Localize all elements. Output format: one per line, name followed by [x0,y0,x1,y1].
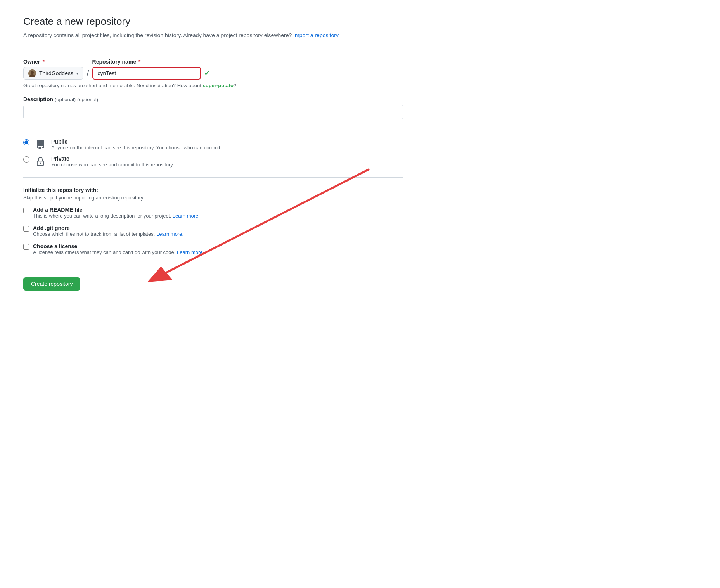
readme-learn-more[interactable]: Learn more. [173,213,200,219]
private-radio[interactable] [23,156,29,163]
owner-value: ThirdGoddess [39,70,73,76]
gitignore-learn-more[interactable]: Learn more. [156,231,183,237]
repo-name-input[interactable] [92,67,201,80]
readme-checkbox[interactable] [23,208,29,213]
private-text: Private You choose who can see and commi… [51,156,174,168]
repo-name-label: Repository name * [92,59,210,65]
svg-marker-4 [147,266,173,282]
init-subtitle: Skip this step if you're importing an ex… [23,195,403,201]
svg-point-1 [31,71,34,74]
create-button-container: Create repository [23,274,80,291]
license-checkbox[interactable] [23,244,29,250]
init-section: Initialize this repository with: Skip th… [23,187,403,255]
create-repository-button[interactable]: Create repository [23,277,80,291]
visibility-options: Public Anyone on the internet can see th… [23,138,403,168]
repo-name-required: * [138,59,140,65]
subtitle: A repository contains all project files,… [23,31,403,40]
public-text: Public Anyone on the internet can see th… [51,138,222,150]
suggestion-text[interactable]: super-potato [202,83,233,88]
license-text: Choose a license A license tells others … [33,243,204,255]
gitignore-text: Add .gitignore Choose which files not to… [33,225,183,237]
description-group: Description (optional) (optional) [23,96,403,119]
owner-required: * [42,59,44,65]
init-title: Initialize this repository with: [23,187,403,193]
page-title: Create a new repository [23,16,403,28]
inspiration-text: Great repository names are short and mem… [23,83,403,88]
separator: / [87,67,89,80]
owner-select[interactable]: ThirdGoddess ▾ [23,67,83,80]
owner-label: Owner * [23,59,83,65]
import-link[interactable]: Import a repository. [293,32,340,38]
divider-3 [23,177,403,178]
license-option: Choose a license A license tells others … [23,243,403,255]
avatar [28,69,36,77]
lock-icon [34,156,47,168]
repo-name-field-group: Repository name * ✓ [92,59,210,80]
owner-repo-row: Owner * ThirdGoddess ▾ / Repository name… [23,59,403,80]
divider-2 [23,129,403,129]
readme-option: Add a README file This is where you can … [23,207,403,219]
public-radio[interactable] [23,139,29,145]
divider-1 [23,49,403,49]
check-icon: ✓ [204,69,210,78]
book-icon [34,138,47,151]
divider-4 [23,265,403,265]
readme-text: Add a README file This is where you can … [33,207,200,219]
description-label: Description (optional) (optional) [23,96,403,102]
gitignore-checkbox[interactable] [23,226,29,232]
owner-field-group: Owner * ThirdGoddess ▾ [23,59,83,80]
license-learn-more[interactable]: Learn more. [177,249,204,255]
repo-name-wrapper: ✓ [92,67,210,80]
description-input[interactable] [23,105,403,119]
chevron-down-icon: ▾ [76,71,78,76]
public-option[interactable]: Public Anyone on the internet can see th… [23,138,403,151]
gitignore-option: Add .gitignore Choose which files not to… [23,225,403,237]
private-option[interactable]: Private You choose who can see and commi… [23,156,403,168]
